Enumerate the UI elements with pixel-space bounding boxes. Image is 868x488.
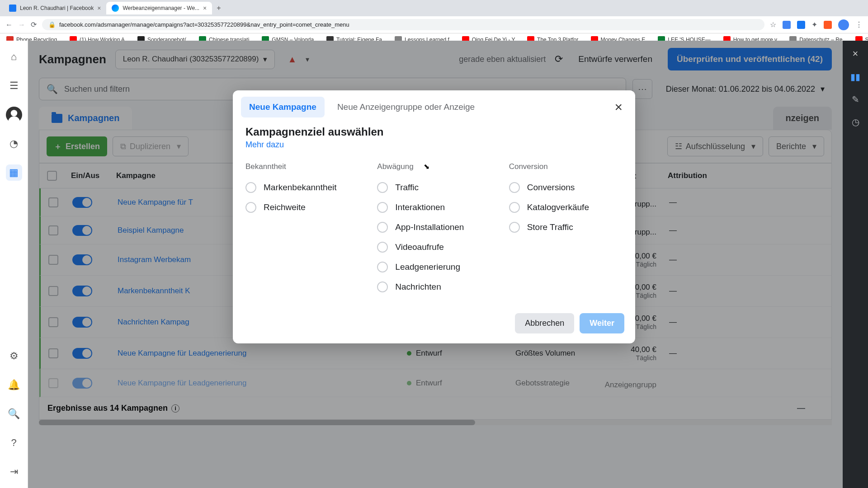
- option-label: Leadgenerierung: [395, 262, 460, 272]
- grid-icon[interactable]: ▦: [6, 164, 22, 181]
- browser-tab-active[interactable]: Werbeanzeigenmanager - We... ×: [106, 2, 212, 14]
- forward-icon[interactable]: →: [18, 21, 25, 29]
- tab-strip: Leon R. Chaudhari | Facebook × Werbeanze…: [0, 0, 868, 16]
- gauge-icon[interactable]: ◔: [6, 136, 22, 152]
- objective-option[interactable]: Katalogverkäufe: [509, 197, 623, 217]
- modal-tabs: Neue Kampagne Neue Anzeigengruppe oder A…: [233, 90, 635, 117]
- avatar[interactable]: [6, 107, 22, 123]
- option-label: Nachrichten: [395, 282, 441, 292]
- objective-option[interactable]: Nachrichten: [377, 277, 491, 297]
- radio-icon: [377, 242, 388, 253]
- close-icon[interactable]: ×: [97, 5, 101, 12]
- url-field[interactable]: 🔒 facebook.com/adsmanager/manage/campaig…: [42, 19, 764, 30]
- left-rail: ⌂ ☰ ◔ ▦ ⚙ 🔔 🔍 ? ⇥: [0, 41, 28, 488]
- tab-title: Leon R. Chaudhari | Facebook: [20, 5, 94, 11]
- new-tab-button[interactable]: +: [212, 4, 225, 12]
- option-label: Traffic: [395, 183, 419, 192]
- radio-icon: [245, 182, 256, 193]
- modal-title: Kampagnenziel auswählen: [245, 126, 623, 138]
- col-head: Abwägung ⬊: [377, 162, 491, 171]
- address-bar: ← → ⟳ 🔒 facebook.com/adsmanager/manage/c…: [0, 16, 868, 33]
- address-right: ☆ ✦ ⋮: [770, 19, 863, 30]
- tab-title: Werbeanzeigenmanager - We...: [123, 5, 199, 11]
- option-label: Videoaufrufe: [395, 242, 443, 252]
- cancel-button[interactable]: Abbrechen: [515, 313, 574, 333]
- extension-icon[interactable]: [797, 21, 805, 29]
- close-icon[interactable]: ×: [610, 98, 627, 117]
- menu-icon[interactable]: ☰: [6, 78, 22, 94]
- help-icon[interactable]: ?: [6, 435, 22, 451]
- home-icon[interactable]: ⌂: [6, 49, 22, 65]
- extension-icon[interactable]: [783, 21, 791, 29]
- modal-body: Kampagnenziel auswählen Mehr dazu Bekann…: [233, 117, 635, 306]
- option-label: Conversions: [527, 183, 575, 192]
- next-button[interactable]: Weiter: [580, 313, 624, 333]
- objective-columns: Bekanntheit MarkenbekanntheitReichweite …: [245, 162, 623, 297]
- objective-option[interactable]: Interaktionen: [377, 197, 491, 217]
- option-label: Store Traffic: [527, 222, 573, 232]
- objective-option[interactable]: Markenbekanntheit: [245, 178, 359, 197]
- col-head: Bekanntheit: [245, 162, 359, 171]
- objective-option[interactable]: Store Traffic: [509, 217, 623, 237]
- url-text: facebook.com/adsmanager/manage/campaigns…: [59, 21, 349, 28]
- close-icon[interactable]: ×: [203, 5, 207, 12]
- collapse-icon[interactable]: ⇥: [6, 464, 22, 480]
- back-icon[interactable]: ←: [5, 21, 13, 29]
- objective-option[interactable]: Reichweite: [245, 197, 359, 217]
- modal-footer: Abbrechen Weiter: [233, 306, 635, 343]
- objective-option[interactable]: Videoaufrufe: [377, 237, 491, 257]
- objective-option[interactable]: Conversions: [509, 178, 623, 197]
- bell-icon[interactable]: 🔔: [6, 377, 22, 393]
- chart-icon[interactable]: ▮▮: [850, 71, 860, 82]
- learn-more-link[interactable]: Mehr dazu: [245, 140, 284, 150]
- radio-icon: [509, 182, 520, 193]
- option-label: Katalogverkäufe: [527, 202, 589, 212]
- col-conversion: Conversion ConversionsKatalogverkäufeSto…: [509, 162, 623, 297]
- facebook-favicon: [9, 5, 16, 12]
- option-label: Reichweite: [264, 202, 306, 212]
- radio-icon: [245, 202, 256, 213]
- modal-tab-new-adset[interactable]: Neue Anzeigengruppe oder Anzeige: [329, 97, 483, 117]
- radio-icon: [509, 222, 520, 233]
- reload-icon[interactable]: ⟳: [31, 20, 37, 29]
- create-campaign-modal: Neue Kampagne Neue Anzeigengruppe oder A…: [233, 90, 635, 343]
- option-label: Interaktionen: [395, 202, 445, 212]
- option-label: App-Installationen: [395, 222, 464, 232]
- radio-icon: [377, 222, 388, 233]
- extension-icon[interactable]: [824, 21, 832, 29]
- modal-tab-new-campaign[interactable]: Neue Kampagne: [241, 97, 325, 117]
- option-label: Markenbekanntheit: [264, 183, 337, 192]
- col-consideration: Abwägung ⬊ TrafficInteraktionenApp-Insta…: [377, 162, 491, 297]
- extensions-icon[interactable]: ✦: [811, 20, 817, 29]
- menu-icon[interactable]: ⋮: [855, 20, 863, 29]
- radio-icon: [377, 282, 388, 292]
- objective-option[interactable]: App-Installationen: [377, 217, 491, 237]
- profile-avatar[interactable]: [838, 19, 849, 30]
- objective-option[interactable]: Leadgenerierung: [377, 257, 491, 277]
- objective-option[interactable]: Traffic: [377, 178, 491, 197]
- browser-chrome: Leon R. Chaudhari | Facebook × Werbeanze…: [0, 0, 868, 47]
- close-icon[interactable]: ×: [853, 48, 859, 60]
- radio-icon: [377, 202, 388, 213]
- col-awareness: Bekanntheit MarkenbekanntheitReichweite: [245, 162, 359, 297]
- meta-favicon: [112, 5, 119, 12]
- gear-icon[interactable]: ⚙: [6, 348, 22, 364]
- col-head: Conversion: [509, 162, 623, 171]
- lock-icon: 🔒: [48, 21, 56, 28]
- edit-icon[interactable]: ✎: [852, 94, 859, 105]
- radio-icon: [377, 182, 388, 193]
- browser-tab[interactable]: Leon R. Chaudhari | Facebook ×: [4, 2, 106, 14]
- radio-icon: [377, 262, 388, 272]
- star-icon[interactable]: ☆: [770, 20, 776, 29]
- radio-icon: [509, 202, 520, 213]
- clock-icon[interactable]: ◷: [852, 117, 859, 127]
- search-icon[interactable]: 🔍: [6, 406, 22, 422]
- cursor-icon: ⬊: [424, 162, 429, 171]
- right-rail: × ▮▮ ✎ ◷: [843, 41, 868, 488]
